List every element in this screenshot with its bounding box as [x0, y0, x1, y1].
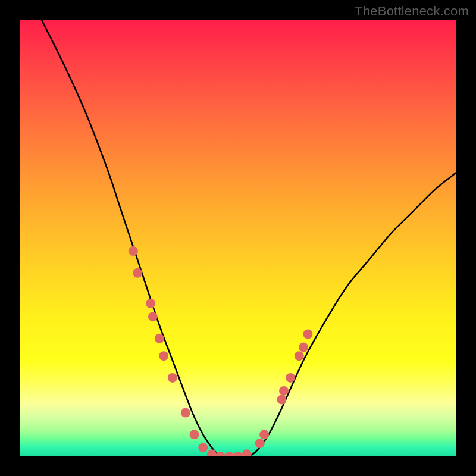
data-point	[259, 430, 269, 439]
data-point	[286, 373, 295, 383]
curve-layer	[42, 20, 456, 456]
data-point	[133, 268, 142, 278]
data-point	[279, 386, 289, 396]
chart-svg	[20, 20, 456, 456]
data-point	[216, 452, 226, 456]
data-point	[129, 246, 138, 256]
data-point	[148, 312, 158, 321]
watermark-text: TheBottleneck.com	[355, 4, 469, 19]
data-point	[295, 351, 304, 361]
data-point	[299, 343, 308, 352]
plot-area	[20, 20, 456, 456]
data-point	[168, 373, 177, 383]
data-point	[303, 329, 312, 339]
data-point	[277, 395, 286, 405]
markers-layer	[129, 246, 313, 456]
data-point	[224, 452, 234, 456]
data-point	[190, 430, 199, 439]
data-point	[255, 439, 265, 448]
data-point	[155, 334, 164, 343]
data-point	[233, 452, 243, 456]
data-point	[198, 443, 208, 452]
data-point	[181, 408, 190, 418]
chart-frame: TheBottleneck.com	[0, 0, 476, 476]
data-point	[159, 351, 168, 361]
data-point	[146, 299, 155, 308]
bottleneck-curve	[42, 20, 456, 456]
data-point	[242, 449, 252, 456]
